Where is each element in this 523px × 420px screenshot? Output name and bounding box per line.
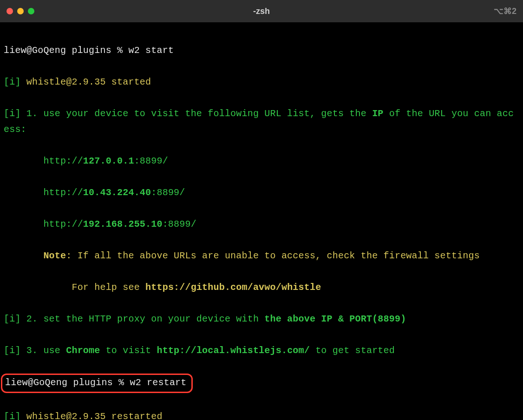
restarted-text: whistle@2.9.35 restarted <box>21 411 163 420</box>
info-tag: [i] <box>4 108 21 119</box>
note-text: : If all the above URLs are unable to ac… <box>66 250 480 261</box>
ip-label: IP <box>372 108 383 119</box>
highlighted-prompt: liew@GoQeng plugins % w2 restart <box>4 374 519 393</box>
prompt-user: liew@GoQeng <box>5 377 67 388</box>
url-line: http://10.43.224.40:8899/ <box>4 185 519 201</box>
prompt-sep: % <box>111 45 129 56</box>
visit-url: http://local.whistlejs.com/ <box>157 345 309 356</box>
prompt-cwd: plugins <box>73 377 112 388</box>
titlebar: -zsh ⌥⌘2 <box>0 0 523 22</box>
help-line: For help see https://github.com/avwo/whi… <box>4 280 519 295</box>
url-line: http://192.168.255.10:8899/ <box>4 217 519 232</box>
prompt-line: liew@GoQeng plugins % w2 start <box>4 43 519 59</box>
url-host: 192.168.255.10 <box>83 219 163 230</box>
close-icon[interactable] <box>7 8 13 14</box>
step2-text: 2. set the HTTP proxy on your device wit… <box>21 314 265 324</box>
url-host: 127.0.0.1 <box>83 156 134 166</box>
output-line: [i] 1. use your device to visit the foll… <box>4 106 519 138</box>
info-tag: [i] <box>4 314 21 324</box>
help-prefix: For help see <box>72 282 145 293</box>
url-port: :8899/ <box>163 219 196 230</box>
info-tag: [i] <box>4 345 21 356</box>
url-host: 10.43.224.40 <box>83 187 151 198</box>
note-label: Note <box>43 250 66 261</box>
traffic-lights <box>7 8 34 14</box>
output-line: [i] 3. use Chrome to visit http://local.… <box>4 343 519 359</box>
step3-text: to get started <box>310 345 395 356</box>
started-text: whistle@2.9.35 started <box>21 77 151 87</box>
terminal-body[interactable]: liew@GoQeng plugins % w2 start [i] whist… <box>0 22 523 420</box>
prompt-sep: % <box>113 377 130 388</box>
prompt-cwd: plugins <box>72 45 111 56</box>
browser-name: Chrome <box>66 345 100 356</box>
url-scheme: http:// <box>43 187 83 198</box>
zoom-icon[interactable] <box>28 8 34 14</box>
step3-text: to visit <box>100 345 157 356</box>
info-tag: [i] <box>4 411 21 420</box>
minimize-icon[interactable] <box>17 8 24 14</box>
titlebar-shortcut: ⌥⌘2 <box>494 4 516 19</box>
note-line: Note: If all the above URLs are unable t… <box>4 248 519 264</box>
step2-bold: the above IP & PORT(8899) <box>264 314 406 324</box>
prompt-user: liew@GoQeng <box>4 45 66 56</box>
info-tag: [i] <box>4 77 21 87</box>
url-port: :8899/ <box>134 156 168 166</box>
output-line: [i] whistle@2.9.35 restarted <box>4 409 519 420</box>
url-line: http://127.0.0.1:8899/ <box>4 153 519 169</box>
step3-text: 3. use <box>21 345 66 356</box>
url-scheme: http:// <box>43 156 83 166</box>
help-url: https://github.com/avwo/whistle <box>145 282 321 293</box>
url-port: :8899/ <box>151 187 185 198</box>
url-scheme: http:// <box>43 219 83 230</box>
command-text: w2 start <box>128 45 174 56</box>
highlight-box: liew@GoQeng plugins % w2 restart <box>1 374 193 393</box>
output-line: [i] whistle@2.9.35 started <box>4 74 519 90</box>
command-text: w2 restart <box>130 377 186 388</box>
step1-text: 1. use your device to visit the followin… <box>21 108 373 119</box>
output-line: [i] 2. set the HTTP proxy on your device… <box>4 311 519 327</box>
window-title: -zsh <box>253 4 270 19</box>
